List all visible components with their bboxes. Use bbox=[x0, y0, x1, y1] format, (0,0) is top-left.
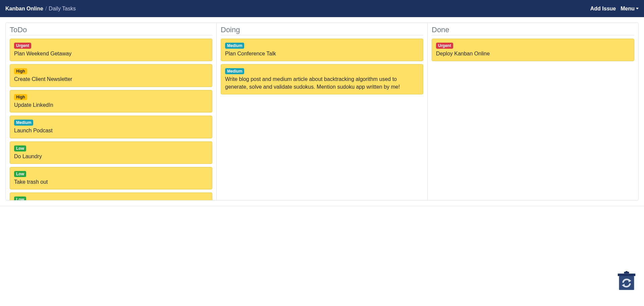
kanban-column[interactable]: ToDoUrgentPlan Weekend GetawayHighCreate… bbox=[6, 23, 217, 200]
kanban-column[interactable]: DoingMediumPlan Conference TalkMediumWri… bbox=[217, 23, 428, 200]
priority-badge: Low bbox=[14, 196, 26, 200]
kanban-card[interactable]: LowTake trash out bbox=[10, 167, 212, 189]
kanban-card[interactable]: UrgentDeploy Kanban Online bbox=[432, 39, 634, 61]
priority-badge: Urgent bbox=[14, 43, 31, 49]
navbar: Kanban Online / Daily Tasks Add Issue Me… bbox=[0, 0, 644, 17]
priority-badge: Low bbox=[14, 145, 26, 151]
kanban-card[interactable]: LowDo Laundry bbox=[10, 141, 212, 164]
card-text: Launch Podcast bbox=[14, 127, 208, 134]
priority-badge: Medium bbox=[14, 120, 33, 126]
kanban-card[interactable]: MediumWrite blog post and medium article… bbox=[221, 64, 423, 94]
priority-badge: Medium bbox=[225, 43, 244, 49]
menu-label: Menu bbox=[621, 6, 635, 12]
kanban-card[interactable]: LowCheck url archive bbox=[10, 192, 212, 200]
card-text: Plan Weekend Getaway bbox=[14, 50, 208, 57]
card-text: Write blog post and medium article about… bbox=[225, 76, 419, 91]
kanban-card[interactable]: MediumPlan Conference Talk bbox=[221, 39, 423, 61]
kanban-column[interactable]: DoneUrgentDeploy Kanban Online bbox=[428, 23, 638, 200]
kanban-card[interactable]: HighCreate Client Newsletter bbox=[10, 64, 212, 87]
add-issue-button[interactable]: Add Issue bbox=[590, 6, 616, 12]
card-text: Plan Conference Talk bbox=[225, 50, 419, 57]
breadcrumb-separator: / bbox=[45, 6, 47, 12]
chevron-down-icon bbox=[636, 8, 639, 9]
board-name[interactable]: Daily Tasks bbox=[49, 6, 76, 12]
kanban-card[interactable]: MediumLaunch Podcast bbox=[10, 116, 212, 138]
board-container: ToDoUrgentPlan Weekend GetawayHighCreate… bbox=[0, 17, 644, 206]
column-title: Done bbox=[432, 23, 634, 35]
priority-badge: Medium bbox=[225, 68, 244, 74]
kanban-card[interactable]: HighUpdate LinkedIn bbox=[10, 90, 212, 113]
priority-badge: High bbox=[14, 68, 27, 74]
brand-link[interactable]: Kanban Online bbox=[5, 6, 43, 12]
priority-badge: High bbox=[14, 94, 27, 100]
card-text: Take trash out bbox=[14, 178, 208, 186]
menu-dropdown[interactable]: Menu bbox=[621, 6, 639, 12]
kanban-board: ToDoUrgentPlan Weekend GetawayHighCreate… bbox=[5, 23, 639, 201]
card-text: Update LinkedIn bbox=[14, 101, 208, 109]
card-text: Do Laundry bbox=[14, 153, 208, 160]
navbar-right: Add Issue Menu bbox=[590, 6, 639, 12]
priority-badge: Urgent bbox=[436, 43, 453, 49]
priority-badge: Low bbox=[14, 171, 26, 177]
column-title: ToDo bbox=[10, 23, 212, 35]
breadcrumb: Kanban Online / Daily Tasks bbox=[5, 6, 76, 12]
card-text: Deploy Kanban Online bbox=[436, 50, 630, 57]
column-title: Doing bbox=[221, 23, 423, 35]
card-text: Create Client Newsletter bbox=[14, 76, 208, 83]
kanban-card[interactable]: UrgentPlan Weekend Getaway bbox=[10, 39, 212, 61]
